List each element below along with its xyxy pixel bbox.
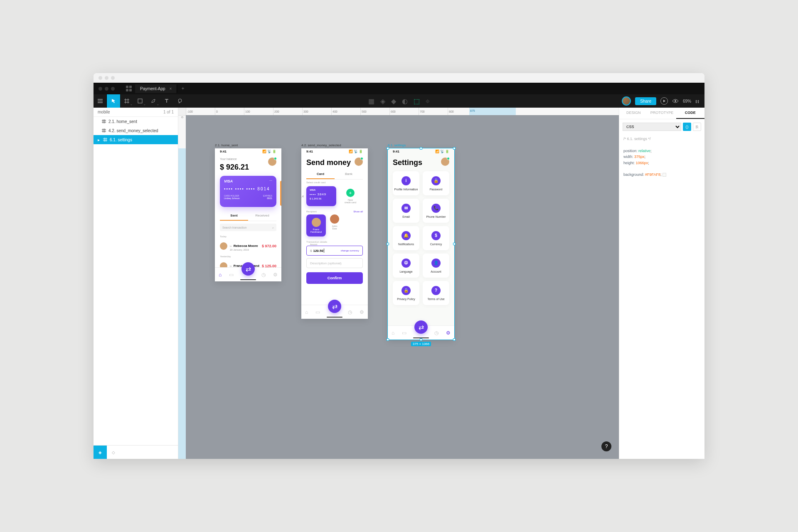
clock-icon[interactable]: ◷ (348, 309, 352, 315)
transaction-row[interactable]: to Rebecca Moore20 January, 2019 $ 972.0… (215, 239, 281, 254)
confirm-button[interactable]: Confirm (306, 272, 363, 284)
help-icon[interactable]: ⫿⫿ (695, 99, 699, 103)
amount-input[interactable]: $ 120.50 change currency (306, 246, 363, 256)
description-input[interactable]: Description (optional) (306, 258, 363, 268)
mask-icon[interactable]: ◐ (402, 97, 408, 105)
recipient-item[interactable]: John Doe (330, 214, 339, 236)
artboard-send[interactable]: 4.2. send_money_selected 9:41 📶 📡 🔋 Send… (301, 148, 368, 319)
page-row[interactable]: mobile 1 of 1 (94, 108, 178, 117)
selection-handle[interactable] (453, 243, 456, 245)
artboard-home[interactable]: 2.1. home_sent 9:41 📶 📡 🔋 Your balance $… (215, 148, 281, 281)
tab-close-icon[interactable]: × (170, 86, 172, 91)
comment-tool[interactable] (173, 94, 187, 108)
selection-handle[interactable] (420, 147, 422, 150)
tab-received[interactable]: Received (248, 211, 276, 221)
frame-tool[interactable] (120, 94, 133, 108)
artboard-settings[interactable]: 6.1. settings 9:41 📶 📡 🔋 Settings iProfi… (388, 148, 454, 340)
home-icon[interactable]: ⌂ (219, 272, 222, 278)
settings-tile[interactable]: ⦿Language (393, 254, 419, 278)
tab-card[interactable]: Card (306, 170, 335, 179)
clock-icon[interactable]: ◷ (261, 272, 266, 278)
tab-code[interactable]: CODE (676, 108, 704, 119)
selection-handle[interactable] (420, 338, 422, 341)
small-card[interactable]: VISA •••• 3849 $ 1,345.56 (306, 186, 336, 206)
share-button[interactable]: Share (635, 97, 656, 105)
settings-tile[interactable]: iProfile Information (393, 171, 419, 195)
gear-icon[interactable]: ⚙ (446, 330, 451, 336)
new-card-button[interactable]: + New credit card (340, 189, 360, 204)
wallet-icon[interactable]: ▭ (229, 272, 234, 278)
code-view[interactable]: /* 6.1. settings */ position: relative; … (619, 134, 704, 180)
wallet-icon[interactable]: ▭ (315, 309, 320, 315)
frame-home[interactable]: 9:41 📶 📡 🔋 Your balance $ 926.21 VISA ⋯ … (215, 148, 281, 281)
view-icon[interactable] (672, 99, 679, 103)
change-currency-link[interactable]: change currency (341, 249, 359, 252)
crop-icon[interactable]: ⟐ (426, 97, 430, 105)
avatar[interactable] (355, 158, 363, 166)
settings-tile[interactable]: 👤Account (423, 254, 449, 278)
present-button[interactable] (660, 97, 668, 105)
shape-tool[interactable] (133, 94, 147, 108)
union-icon[interactable]: ◆ (391, 97, 396, 105)
selection-handle[interactable] (387, 243, 389, 245)
settings-tile[interactable]: 🔔Notifications (393, 226, 419, 250)
selection-handle[interactable] (387, 338, 389, 341)
component-icon[interactable]: ▦ (368, 97, 374, 105)
tab-design[interactable]: DESIGN (619, 108, 648, 119)
wallet-icon[interactable]: ▭ (402, 330, 406, 336)
menu-button[interactable] (94, 94, 107, 108)
settings-tile[interactable]: ?Terms of Use (423, 281, 449, 305)
gear-icon[interactable]: ⚙ (360, 309, 364, 315)
more-icon[interactable]: ⋯ (269, 179, 272, 182)
avatar[interactable] (441, 158, 449, 166)
boolean-icon[interactable]: ⬚ (414, 97, 420, 105)
show-all-link[interactable]: Show all (353, 210, 363, 213)
selection-handle[interactable] (387, 147, 389, 150)
search-input[interactable]: Search transaction ⌕ (220, 224, 276, 231)
close-dot[interactable] (99, 87, 102, 91)
layer-item-selected[interactable]: ▸ 6.1. settings (94, 135, 178, 144)
zoom-level[interactable]: 69% (683, 99, 691, 103)
new-tab-button[interactable]: + (177, 86, 188, 91)
code-language-select[interactable]: CSS (623, 123, 681, 131)
max-dot[interactable] (111, 87, 115, 91)
fab-button[interactable]: ⇄ (414, 320, 428, 334)
home-icon[interactable]: ⌂ (392, 330, 394, 336)
code-action-button[interactable]: ⟨⟩ (683, 123, 691, 131)
layer-item[interactable]: 4.2. send_money_selected (94, 126, 178, 135)
tab-prototype[interactable]: PROTOTYPE (648, 108, 676, 119)
align-icon[interactable]: ◈ (380, 97, 385, 105)
user-avatar[interactable] (622, 96, 631, 106)
fab-button[interactable]: ⇄ (241, 262, 255, 276)
credit-card[interactable]: VISA ⋯ •••• •••• •••• 8014 CARD HOLDERLi… (220, 176, 276, 207)
selection-handle[interactable] (453, 147, 456, 150)
home-icon[interactable]: ⌂ (305, 309, 308, 315)
settings-tile[interactable]: 🔒Privacy Policy (393, 281, 419, 305)
fab-button[interactable]: ⇄ (328, 300, 341, 313)
settings-tile[interactable]: $Currency (423, 226, 449, 250)
select-tool[interactable] (107, 94, 120, 108)
layer-item[interactable]: 2.1. home_sent (94, 117, 178, 126)
copy-button[interactable]: ⎘ (693, 123, 701, 131)
dashboard-icon[interactable] (126, 86, 132, 91)
selection-handle[interactable] (453, 338, 456, 341)
layers-tab-icon[interactable]: ◈ (94, 446, 107, 459)
settings-tile[interactable]: ✉Email (393, 199, 419, 223)
text-tool[interactable] (160, 94, 173, 108)
pen-tool[interactable] (147, 94, 160, 108)
settings-tile[interactable]: 📞Phone Number (423, 199, 449, 223)
help-button[interactable]: ? (601, 441, 611, 451)
tab-sent[interactable]: Sent (220, 211, 248, 221)
tab-bank[interactable]: Bank (335, 170, 363, 179)
canvas[interactable]: -100 0 100 200 300 400 500 600 700 800 9… (178, 108, 619, 459)
settings-tile[interactable]: 🔒Password (423, 171, 449, 195)
document-tab[interactable]: Payment-App × (135, 84, 177, 93)
assets-tab-icon[interactable]: ◇ (107, 446, 120, 459)
recipient-selected[interactable]: Franz Ferdinand (306, 214, 326, 236)
frame-send[interactable]: 9:41 📶 📡 🔋 Send money Card Bank Select c… (301, 148, 368, 319)
frame-settings[interactable]: 9:41 📶 📡 🔋 Settings iProfile Information… (388, 148, 454, 340)
clock-icon[interactable]: ◷ (434, 330, 438, 336)
avatar[interactable] (268, 158, 276, 166)
min-dot[interactable] (105, 87, 108, 91)
gear-icon[interactable]: ⚙ (273, 272, 278, 278)
